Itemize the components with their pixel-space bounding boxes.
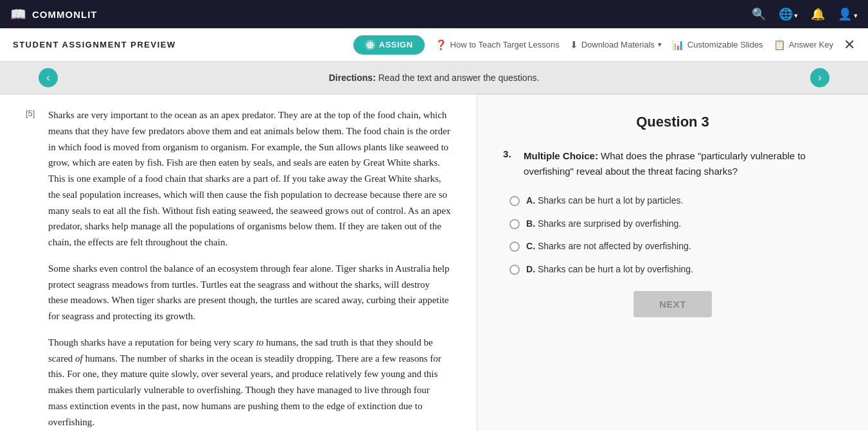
para-7-italic-1: to (256, 337, 264, 347)
directions-text: Directions: Read the text and answer the… (329, 73, 540, 83)
text-panel: [5] Sharks are very important to the oce… (0, 94, 477, 431)
how-to-teach-link[interactable]: ❓ How to Teach Target Lessons (435, 39, 560, 51)
download-icon: ⬇ (570, 39, 578, 51)
plus-circle-icon: ⊕ (365, 40, 375, 50)
next-button[interactable]: NEXT (633, 291, 712, 317)
para-7-text-before-italic-1: Though sharks have a reputation for bein… (48, 337, 256, 347)
option-d-text: D. Sharks can be hurt a lot by overfishi… (526, 263, 693, 276)
search-icon[interactable]: 🔍 (752, 7, 766, 21)
slides-icon: 📊 (672, 39, 684, 51)
option-b-text: B. Sharks are surprised by overfishing. (526, 218, 681, 231)
option-c-radio[interactable] (509, 242, 520, 252)
answer-key-icon: 📋 (774, 39, 786, 51)
bell-icon[interactable]: 🔔 (811, 7, 825, 21)
option-b[interactable]: B. Sharks are surprised by overfishing. (509, 218, 842, 231)
option-a-radio[interactable] (509, 196, 520, 206)
question-panel: Question 3 3. Multiple Choice: What does… (477, 94, 868, 431)
question-text: Multiple Choice: What does the phrase "p… (524, 148, 842, 179)
para-7-text-after-italic: humans. The number of sharks in the ocea… (48, 353, 441, 427)
assign-button[interactable]: ⊕ ASSIGN (353, 35, 425, 55)
para-6-text: Some sharks even control the balance of … (48, 261, 451, 324)
next-arrow-button[interactable]: › (810, 68, 829, 87)
answer-options-list: A. Sharks can be hurt a lot by particles… (509, 195, 842, 276)
top-navigation: 📖 COMMONLIT 🔍 🌐 🔔 👤 (0, 0, 868, 28)
directions-label: Directions: (329, 73, 376, 83)
secondary-navigation: STUDENT ASSIGNMENT PREVIEW ⊕ ASSIGN ❓ Ho… (0, 28, 868, 62)
download-materials-link[interactable]: ⬇ Download Materials ▾ (570, 39, 662, 51)
para-7-num (26, 335, 42, 430)
answer-key-link[interactable]: 📋 Answer Key (774, 39, 833, 51)
question-type-label: Multiple Choice: (524, 150, 598, 161)
paragraph-6: Some sharks even control the balance of … (26, 261, 451, 324)
top-nav-actions: 🔍 🌐 🔔 👤 (752, 7, 858, 21)
logo-icon: 📖 (10, 6, 27, 22)
nav-action-group: ⊕ ASSIGN ❓ How to Teach Target Lessons ⬇… (353, 35, 855, 55)
directions-content: Read the text and answer the questions. (378, 73, 540, 83)
option-c-text: C. Sharks are not affected by overfishin… (526, 240, 691, 253)
question-number: 3. (503, 148, 516, 179)
para-5-text: Sharks are very important to the ocean a… (48, 107, 451, 251)
option-a[interactable]: A. Sharks can be hurt a lot by particles… (509, 195, 842, 207)
para-5-num: [5] (26, 107, 42, 251)
question-body: 3. Multiple Choice: What does the phrase… (503, 148, 842, 179)
globe-icon[interactable]: 🌐 (779, 7, 799, 21)
directions-bar: ‹ Directions: Read the text and answer t… (0, 62, 868, 94)
option-c[interactable]: C. Sharks are not affected by overfishin… (509, 240, 842, 253)
question-title: Question 3 (503, 114, 842, 130)
user-icon[interactable]: 👤 (838, 7, 858, 21)
para-7-italic-2: of (75, 353, 83, 364)
option-d-radio[interactable] (509, 265, 520, 275)
para-7-text: Though sharks have a reputation for bein… (48, 335, 451, 430)
logo: 📖 COMMONLIT (10, 6, 97, 22)
option-d[interactable]: D. Sharks can be hurt a lot by overfishi… (509, 263, 842, 276)
dropdown-chevron-icon: ▾ (658, 40, 662, 49)
page-title: STUDENT ASSIGNMENT PREVIEW (13, 40, 176, 49)
paragraph-5: [5] Sharks are very important to the oce… (26, 107, 451, 251)
main-content: [5] Sharks are very important to the oce… (0, 94, 868, 431)
logo-text: COMMONLIT (32, 9, 97, 20)
option-a-text: A. Sharks can be hurt a lot by particles… (526, 195, 683, 207)
option-b-radio[interactable] (509, 219, 520, 229)
close-button[interactable]: ✕ (844, 37, 855, 53)
prev-arrow-button[interactable]: ‹ (39, 68, 58, 87)
customizable-slides-link[interactable]: 📊 Customizable Slides (672, 39, 763, 51)
paragraph-7: Though sharks have a reputation for bein… (26, 335, 451, 430)
question-circle-icon: ❓ (435, 39, 447, 51)
para-6-num (26, 261, 42, 324)
